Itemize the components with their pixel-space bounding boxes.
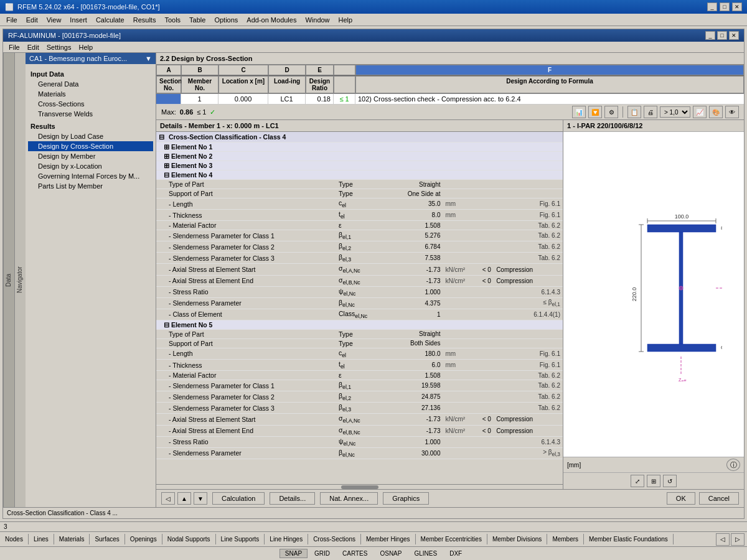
inner-menu-settings[interactable]: Settings bbox=[44, 43, 75, 52]
cs-zoom-area[interactable]: ⊞ bbox=[647, 475, 660, 487]
table-row-1: 1 0.000 LC1 0.18 ≤ 1 102) Cross-section … bbox=[156, 94, 744, 105]
inner-close-button[interactable]: ✕ bbox=[729, 31, 739, 40]
menu-edit[interactable]: Edit bbox=[22, 16, 42, 24]
nat-annex-button[interactable]: Nat. Annex... bbox=[320, 492, 378, 505]
copy-btn[interactable]: 📋 bbox=[627, 106, 641, 118]
bottom-tabs: Nodes Lines Materials Surfaces Openings … bbox=[0, 531, 747, 546]
tab-nodal-supports[interactable]: Nodal Supports bbox=[162, 534, 216, 544]
ok-button[interactable]: OK bbox=[667, 492, 695, 505]
nav-design-x-location[interactable]: Design by x-Location bbox=[28, 161, 153, 171]
menu-options[interactable]: Options bbox=[210, 16, 242, 24]
el4-slender-param: - Slenderness Parameterβel,Nc4.375≤ βel,… bbox=[156, 297, 563, 309]
nav-cross-sections[interactable]: Cross-Sections bbox=[28, 99, 153, 109]
maximize-button[interactable]: □ bbox=[720, 2, 730, 11]
inner-minimize-button[interactable]: _ bbox=[705, 31, 715, 40]
tab-member-eccentricities[interactable]: Member Eccentricities bbox=[416, 534, 487, 544]
snap-dxf[interactable]: DXF bbox=[444, 549, 467, 558]
tab-cross-sections[interactable]: Cross-Sections bbox=[308, 534, 361, 544]
cell-check: ≤ 1 bbox=[334, 94, 355, 104]
chart-btn[interactable]: 📈 bbox=[693, 106, 707, 118]
el3-expand[interactable]: ⊞ bbox=[164, 162, 169, 169]
row-indicator: 3 bbox=[0, 521, 747, 531]
subh-loading: Load-ing bbox=[268, 76, 306, 93]
cs-rotate[interactable]: ↺ bbox=[663, 475, 677, 487]
inner-menu-edit[interactable]: Edit bbox=[24, 43, 42, 52]
details-button[interactable]: Details... bbox=[270, 492, 315, 505]
nav-design-cross-section[interactable]: Design by Cross-Section bbox=[28, 141, 153, 151]
el2-expand[interactable]: ⊞ bbox=[164, 152, 169, 160]
nav-input-data[interactable]: Input Data bbox=[28, 69, 153, 79]
snap-glines[interactable]: GLINES bbox=[408, 549, 443, 558]
tab-nodes[interactable]: Nodes bbox=[0, 534, 29, 544]
el4-expand[interactable]: ⊟ bbox=[164, 171, 169, 179]
nav-down-btn[interactable]: ▼ bbox=[194, 492, 207, 505]
ratio-select[interactable]: > 1,0 all bbox=[660, 106, 690, 118]
tab-surfaces[interactable]: Surfaces bbox=[90, 534, 125, 544]
tab-line-supports[interactable]: Line Supports bbox=[216, 534, 265, 544]
tab-nav-next[interactable]: ▷ bbox=[731, 533, 745, 546]
menu-tools[interactable]: Tools bbox=[161, 16, 184, 24]
minimize-button[interactable]: _ bbox=[707, 2, 717, 11]
graphics-button[interactable]: Graphics bbox=[383, 492, 429, 505]
snap-grid[interactable]: GRID bbox=[309, 549, 336, 558]
cancel-button[interactable]: Cancel bbox=[699, 492, 739, 505]
detail-scrollbar-h[interactable] bbox=[156, 484, 563, 489]
view-btn[interactable]: 👁 bbox=[725, 106, 739, 118]
snap-cartes[interactable]: CARTES bbox=[337, 549, 373, 558]
menu-view[interactable]: View bbox=[43, 16, 65, 24]
nav-governing-forces[interactable]: Governing Internal Forces by M... bbox=[28, 171, 153, 181]
export-btn[interactable]: 📊 bbox=[572, 106, 586, 118]
snap-osnap[interactable]: OSNAP bbox=[374, 549, 407, 558]
nav-dropdown-icon[interactable]: ▼ bbox=[145, 55, 152, 62]
el1-expand[interactable]: ⊞ bbox=[164, 143, 169, 151]
nav-results[interactable]: Results bbox=[28, 121, 153, 131]
details-scroll[interactable]: ⊟ Cross-Section Classification - Class 4… bbox=[156, 132, 563, 484]
nav-general-data[interactable]: General Data bbox=[28, 79, 153, 89]
menu-calculate[interactable]: Calculate bbox=[92, 16, 128, 24]
classification-expand[interactable]: ⊟ bbox=[159, 133, 164, 141]
nav-design-member[interactable]: Design by Member bbox=[28, 151, 153, 161]
nav-transverse-welds[interactable]: Transverse Welds bbox=[28, 109, 153, 119]
tab-member-hinges[interactable]: Member Hinges bbox=[361, 534, 416, 544]
el5-expand[interactable]: ⊟ bbox=[164, 321, 169, 329]
tab-members[interactable]: Members bbox=[547, 534, 584, 544]
menu-insert[interactable]: Insert bbox=[66, 16, 91, 24]
menu-window[interactable]: Window bbox=[301, 16, 333, 24]
cs-controls: ⤢ ⊞ ↺ bbox=[563, 472, 744, 489]
menu-help[interactable]: Help bbox=[335, 16, 357, 24]
cs-info-btn[interactable]: ⓘ bbox=[726, 459, 740, 471]
menu-table[interactable]: Table bbox=[186, 16, 209, 24]
tab-nav-prev[interactable]: ◁ bbox=[716, 533, 730, 546]
config-btn[interactable]: ⚙ bbox=[604, 106, 618, 118]
cs-zoom-fit[interactable]: ⤢ bbox=[631, 475, 644, 487]
close-button[interactable]: ✕ bbox=[732, 2, 742, 11]
snap-snap[interactable]: SNAP bbox=[280, 549, 308, 558]
el4-slender-3: - Slenderness Parameter for Class 3βel,3… bbox=[156, 253, 563, 264]
nav-materials[interactable]: Materials bbox=[28, 89, 153, 99]
menu-results[interactable]: Results bbox=[129, 16, 160, 24]
inner-maximize-button[interactable]: □ bbox=[717, 31, 727, 40]
menu-addons[interactable]: Add-on Modules bbox=[243, 16, 300, 24]
color-btn[interactable]: 🎨 bbox=[709, 106, 723, 118]
el5-thickness: - Thicknesstel6.0mmFig. 6.1 bbox=[156, 360, 563, 371]
tab-openings[interactable]: Openings bbox=[125, 534, 162, 544]
tab-member-divisions[interactable]: Member Divisions bbox=[487, 534, 547, 544]
table-subheader: Section No. Member No. Location x [m] Lo… bbox=[156, 76, 744, 94]
tab-materials[interactable]: Materials bbox=[54, 534, 90, 544]
inner-menu-file[interactable]: File bbox=[6, 43, 23, 52]
tab-lines[interactable]: Lines bbox=[29, 534, 54, 544]
nav-up-btn[interactable]: ▲ bbox=[177, 492, 191, 505]
print-btn[interactable]: 🖨 bbox=[644, 106, 657, 118]
max-row: Max: 0.86 ≤ 1 ✓ 📊 🔽 ⚙ 📋 🖨 > 1,0 all bbox=[156, 105, 744, 120]
back-btn[interactable]: ◁ bbox=[161, 492, 175, 505]
tab-member-elastic-foundations[interactable]: Member Elastic Foundations bbox=[584, 534, 674, 544]
nav-parts-list[interactable]: Parts List by Member bbox=[28, 181, 153, 191]
col-header-E: E bbox=[306, 65, 334, 75]
menu-file[interactable]: File bbox=[2, 16, 21, 24]
app-icon: ⬜ bbox=[5, 3, 14, 11]
calculation-button[interactable]: Calculation bbox=[212, 492, 265, 505]
tab-line-hinges[interactable]: Line Hinges bbox=[265, 534, 308, 544]
inner-menu-help[interactable]: Help bbox=[75, 43, 96, 52]
nav-design-load-case[interactable]: Design by Load Case bbox=[28, 131, 153, 141]
filter-btn[interactable]: 🔽 bbox=[588, 106, 602, 118]
